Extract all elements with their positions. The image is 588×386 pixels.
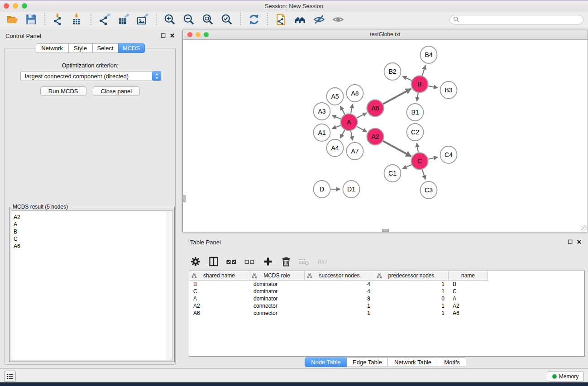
column-header-predecessor-nodes[interactable]: predecessor nodes: [374, 271, 449, 281]
search-input[interactable]: [461, 16, 583, 23]
zoom-in-icon[interactable]: [163, 12, 177, 27]
columns-icon[interactable]: [207, 256, 220, 267]
column-header-MCDS-role[interactable]: MCDS role: [249, 271, 305, 281]
mcds-result-box: MCDS result (5 nodes) A2ABCA6: [9, 207, 175, 362]
table-cell: connector: [249, 302, 305, 310]
table-cell: B: [449, 281, 488, 288]
network-window-title: testGlobe.txt: [183, 31, 588, 38]
deselect-all-icon[interactable]: [244, 256, 256, 267]
toolbar-separator: [91, 13, 91, 26]
criterion-value: largest connected component (directed): [25, 73, 152, 80]
show-panels-button[interactable]: [4, 371, 16, 382]
show-eye-icon[interactable]: [331, 12, 345, 27]
svg-text:B: B: [417, 81, 421, 88]
main-toolbar: [0, 11, 588, 28]
table-cell: A2: [449, 302, 488, 310]
function-builder-icon: f(x): [316, 256, 328, 267]
table-cell: connector: [249, 310, 305, 317]
svg-text:C2: C2: [411, 129, 419, 136]
criterion-select[interactable]: largest connected component (directed): [20, 71, 162, 81]
export-image-icon[interactable]: [135, 12, 150, 27]
close-panel-button[interactable]: Close panel: [93, 86, 140, 96]
import-table-icon[interactable]: [70, 12, 85, 27]
table-cell: 1: [374, 281, 449, 288]
export-network-icon[interactable]: [97, 12, 112, 27]
column-header-successor-nodes[interactable]: successor nodes: [305, 271, 374, 281]
optimization-label: Optimization criterion:: [5, 62, 175, 69]
table-row[interactable]: A6connector11A6: [189, 310, 584, 317]
zoom-selected-icon[interactable]: [220, 12, 234, 27]
svg-text:C1: C1: [388, 170, 397, 177]
add-column-icon[interactable]: [262, 256, 274, 267]
close-panel-icon[interactable]: [169, 33, 175, 38]
zoom-out-icon[interactable]: [182, 12, 196, 27]
close-table-panel-icon[interactable]: [576, 239, 582, 244]
application-window: Session: New Session Control Panel Netwo…: [0, 0, 588, 386]
table-cell: A6: [189, 310, 249, 317]
delete-rows-icon[interactable]: [280, 256, 292, 267]
search-box[interactable]: [449, 15, 583, 24]
table-cell: 0: [374, 295, 449, 302]
home-icon[interactable]: [293, 12, 307, 27]
table-row[interactable]: Cdominator41C: [189, 288, 584, 295]
table-row[interactable]: Adominator80A: [189, 295, 584, 302]
toolbar-separator: [267, 13, 268, 26]
svg-text:A2: A2: [371, 133, 379, 140]
svg-text:A5: A5: [331, 93, 339, 100]
save-session-icon[interactable]: [24, 12, 38, 27]
network-canvas[interactable]: B4B2BB3A8A5A6A3B1AC2A1A2A4A7C4CC1C3DD1: [183, 40, 588, 232]
tab-network[interactable]: Network: [36, 43, 69, 53]
table-cell: dominator: [249, 295, 305, 302]
hide-eye-icon[interactable]: [312, 12, 326, 27]
zoom-fit-icon[interactable]: [201, 12, 215, 27]
memory-button[interactable]: Memory: [547, 371, 584, 381]
column-header-name[interactable]: name: [449, 271, 488, 281]
select-all-icon[interactable]: [225, 256, 238, 267]
table-cell: 4: [305, 288, 374, 295]
open-file-icon[interactable]: [5, 12, 19, 27]
tab-network-table[interactable]: Network Table: [387, 357, 438, 367]
tab-motifs[interactable]: Motifs: [438, 357, 466, 367]
column-header-shared-name[interactable]: shared name: [189, 271, 249, 281]
table-cell: B: [189, 281, 249, 288]
mcds-tab-content: Optimization criterion: largest connecte…: [5, 48, 176, 365]
toolbar-separator: [240, 13, 241, 26]
float-panel-icon[interactable]: [160, 33, 166, 38]
control-panel-tabs: NetworkStyleSelectMCDS: [1, 43, 179, 53]
table-row[interactable]: Bdominator41B: [189, 281, 584, 288]
tab-mcds[interactable]: MCDS: [118, 43, 145, 53]
tab-select[interactable]: Select: [92, 43, 119, 53]
window-titlebar: Session: New Session: [0, 0, 588, 11]
svg-text:C: C: [417, 157, 422, 165]
horizontal-scroll-thumb[interactable]: [382, 229, 389, 232]
vertical-scroll-thumb[interactable]: [183, 195, 186, 202]
svg-text:D1: D1: [347, 186, 355, 193]
svg-text:B3: B3: [445, 86, 452, 94]
refresh-icon[interactable]: [247, 12, 261, 27]
mcds-result-item: B: [14, 228, 20, 235]
mcds-result-list-area: A2ABCA6: [11, 210, 173, 360]
window-title: Session: New Session: [0, 3, 588, 10]
resize-grip[interactable]: [581, 225, 587, 231]
svg-text:B1: B1: [411, 109, 419, 116]
control-panel-title: Control Panel: [5, 33, 41, 39]
svg-text:B2: B2: [388, 68, 396, 75]
network-view-window: testGlobe.txt B4B2BB3A8A5A6A3B1AC2A1A2A4…: [182, 29, 588, 232]
control-panel: Control Panel NetworkStyleSelectMCDS Opt…: [1, 29, 179, 367]
export-table-icon[interactable]: [116, 12, 131, 27]
import-network-icon[interactable]: [51, 12, 66, 27]
gear-icon[interactable]: [189, 256, 201, 267]
table-cell: 4: [305, 281, 374, 288]
svg-text:A7: A7: [351, 148, 359, 155]
svg-text:A8: A8: [351, 90, 359, 97]
run-mcds-button[interactable]: Run MCDS: [40, 86, 86, 96]
result-scrollbar[interactable]: [167, 211, 172, 360]
tab-node-table[interactable]: Node Table: [305, 357, 347, 367]
svg-text:C3: C3: [425, 186, 433, 194]
table-panel: Table Panel f(x) shared nameMCDS rolesuc…: [183, 235, 588, 368]
table-row[interactable]: A2connector11A2: [189, 302, 584, 310]
open-session-file-icon[interactable]: [274, 12, 288, 27]
float-table-panel-icon[interactable]: [567, 239, 573, 244]
tab-style[interactable]: Style: [68, 43, 93, 53]
tab-edge-table[interactable]: Edge Table: [347, 357, 388, 367]
